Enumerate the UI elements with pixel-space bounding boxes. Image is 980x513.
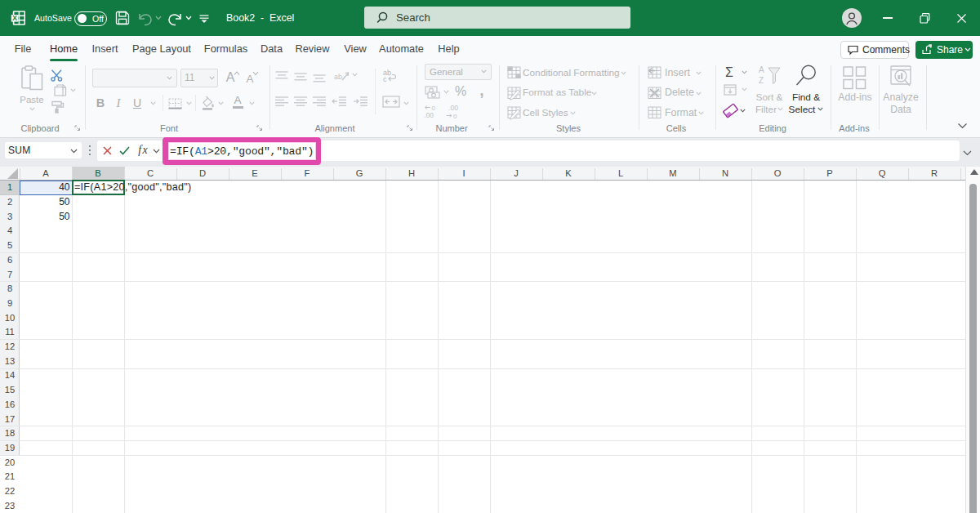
svg-text:c: c	[383, 75, 387, 83]
svg-text:A: A	[759, 65, 764, 74]
svg-text:0: 0	[453, 113, 457, 120]
svg-text:ab: ab	[334, 73, 342, 81]
svg-text:X: X	[12, 14, 17, 22]
svg-text:.00: .00	[448, 104, 458, 112]
svg-text:.00: .00	[424, 111, 434, 119]
svg-text:Z: Z	[759, 76, 764, 85]
